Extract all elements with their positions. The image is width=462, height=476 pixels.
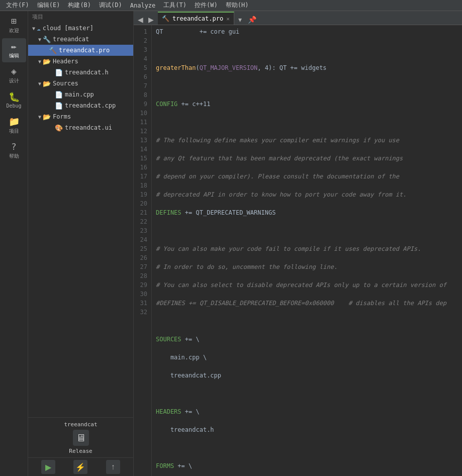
menu-build[interactable]: 构建(B)	[64, 0, 95, 11]
project-tree: 项目 ▼ ☁ cloud [master] ▼ 🔧 treeandcat ▶ 🔨…	[28, 11, 134, 476]
cloud-icon: ☁	[37, 25, 41, 32]
active-tab[interactable]: 🔨 treeandcat.pro ✕	[158, 12, 234, 25]
sidebar-item-design[interactable]: ◈ 设计	[2, 63, 26, 87]
tree-item-label: main.cpp	[65, 91, 94, 98]
help-label: 帮助	[9, 153, 19, 160]
tab-pin-button[interactable]: 📌	[246, 15, 258, 25]
debug-icon: 🐛	[9, 92, 20, 102]
design-label: 设计	[9, 77, 19, 84]
tree-item-label: Sources	[53, 80, 78, 87]
sources-folder-icon: 📂	[43, 80, 51, 87]
menu-analyze[interactable]: Analyze	[126, 1, 160, 10]
menu-file[interactable]: 文件(F)	[2, 0, 33, 11]
kit-label: Release	[69, 448, 92, 454]
build-buttons: ▶ ⚡ ↑	[28, 457, 133, 476]
tree-item-pro[interactable]: ▶ 🔨 treeandcat.pro	[28, 45, 133, 56]
tree-item-label: cloud [master]	[43, 25, 94, 32]
help-icon: ?	[11, 142, 17, 151]
cpp-file-icon: 📄	[55, 91, 63, 99]
tree-item-treeandcatcpp[interactable]: ▶ 📄 treeandcat.cpp	[28, 100, 133, 111]
edit-label: 编辑	[9, 52, 19, 59]
tree-item-label: Headers	[53, 58, 78, 65]
menu-controls[interactable]: 控件(W)	[191, 0, 222, 11]
sidebar-item-debug[interactable]: 🐛 Debug	[2, 88, 26, 113]
code-content[interactable]: QT += core gui greaterThan(QT_MAJOR_VERS…	[152, 25, 462, 476]
tab-file-icon: 🔨	[162, 15, 169, 22]
tree-item-label: treeandcat	[53, 36, 89, 43]
sidebar-item-help[interactable]: ? 帮助	[2, 139, 26, 163]
forward-button[interactable]: ▶	[146, 15, 156, 25]
menu-edit[interactable]: 编辑(E)	[33, 0, 64, 11]
ui-file-icon: 🎨	[55, 124, 63, 132]
line-numbers: 1234567891011121314151617181920212223242…	[134, 25, 152, 476]
deploy-button[interactable]: ↑	[106, 460, 120, 474]
tree-item-maincpp[interactable]: ▶ 📄 main.cpp	[28, 89, 133, 100]
arrow-icon: ▼	[32, 26, 35, 31]
tab-bar: ◀ ▶ 🔨 treeandcat.pro ✕ ▾ 📌	[134, 11, 462, 25]
arrow-icon: ▼	[38, 37, 41, 42]
tab-navigation: ◀ ▶	[134, 15, 158, 25]
sidebar-item-welcome[interactable]: ⊞ 欢迎	[2, 13, 26, 37]
kit-name: treeandcat	[64, 421, 97, 428]
project-folder-icon: 🔧	[43, 36, 51, 43]
kit-icon: 🖥	[73, 430, 89, 446]
tab-extras: ▾ 📌	[236, 15, 258, 25]
tree-item-label: treeandcat.ui	[65, 124, 112, 131]
welcome-label: 欢迎	[9, 27, 19, 34]
menu-tools[interactable]: 工具(T)	[159, 0, 191, 11]
h-file-icon: 📄	[55, 69, 63, 76]
editor-area: ◀ ▶ 🔨 treeandcat.pro ✕ ▾ 📌 1234567891011…	[134, 11, 462, 476]
arrow-icon: ▼	[38, 114, 41, 120]
tree-title: 项目	[32, 13, 43, 21]
tree-item-label: treeandcat.pro	[59, 47, 110, 54]
design-icon: ◈	[11, 67, 17, 76]
tab-filename: treeandcat.pro	[172, 15, 223, 22]
debug-label: Debug	[6, 103, 21, 109]
welcome-icon: ⊞	[11, 17, 17, 26]
tree-item-h[interactable]: ▶ 📄 treeandcat.h	[28, 67, 133, 78]
menubar: 文件(F) 编辑(E) 构建(B) 调试(D) Analyze 工具(T) 控件…	[0, 0, 462, 11]
tree-item-ui[interactable]: ▶ 🎨 treeandcat.ui	[28, 122, 133, 133]
tab-dropdown-button[interactable]: ▾	[236, 15, 244, 25]
tree-item-sources[interactable]: ▼ 📂 Sources	[28, 78, 133, 89]
main-layout: ⊞ 欢迎 ✏ 编辑 ◈ 设计 🐛 Debug 📁 项目 ? 帮助 项目	[0, 11, 462, 476]
tab-close-button[interactable]: ✕	[226, 16, 230, 22]
cpp-file-icon2: 📄	[55, 102, 63, 110]
run-button[interactable]: ▶	[41, 460, 55, 474]
build-run-button[interactable]: ⚡	[73, 460, 87, 474]
pro-file-icon: 🔨	[49, 47, 57, 54]
sidebar-item-edit[interactable]: ✏ 编辑	[2, 38, 26, 62]
kit-info: treeandcat 🖥 Release	[28, 417, 133, 457]
tree-item-label: treeandcat.h	[65, 69, 109, 76]
arrow-icon: ▼	[38, 59, 41, 64]
edit-icon: ✏	[11, 42, 17, 51]
tree-item-cloud[interactable]: ▼ ☁ cloud [master]	[28, 23, 133, 34]
sidebar-item-project[interactable]: 📁 项目	[2, 114, 26, 138]
forms-folder-icon: 📂	[43, 113, 51, 121]
back-button[interactable]: ◀	[136, 15, 145, 25]
headers-folder-icon: 📂	[43, 58, 51, 65]
tree-item-headers[interactable]: ▼ 📂 Headers	[28, 56, 133, 67]
tree-item-label: treeandcat.cpp	[65, 102, 116, 109]
editor-body: 1234567891011121314151617181920212223242…	[134, 25, 462, 476]
arrow-icon: ▼	[38, 81, 41, 86]
menu-debug[interactable]: 调试(D)	[95, 0, 126, 11]
kit-section: treeandcat 🖥 Release ▶ ⚡ ↑	[28, 417, 133, 476]
tree-item-forms[interactable]: ▼ 📂 Forms	[28, 111, 133, 122]
tree-item-treeandcat[interactable]: ▼ 🔧 treeandcat	[28, 34, 133, 45]
tree-item-label: Forms	[53, 113, 71, 120]
menu-help[interactable]: 帮助(H)	[222, 0, 253, 11]
icon-sidebar: ⊞ 欢迎 ✏ 编辑 ◈ 设计 🐛 Debug 📁 项目 ? 帮助	[0, 11, 28, 476]
project-label: 项目	[9, 128, 19, 135]
tree-content: ▼ ☁ cloud [master] ▼ 🔧 treeandcat ▶ 🔨 tr…	[28, 23, 133, 417]
project-icon: 📁	[9, 117, 20, 126]
tree-header: 项目	[28, 11, 133, 23]
